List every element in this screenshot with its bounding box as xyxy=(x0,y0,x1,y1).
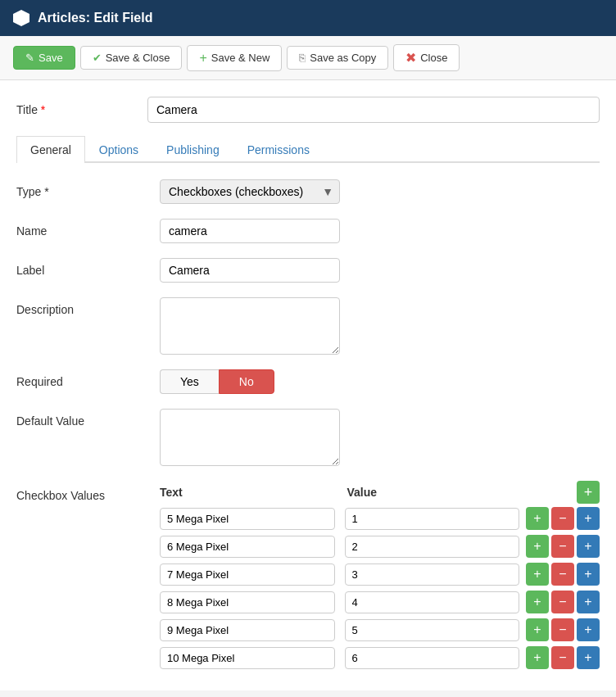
table-row: + − + xyxy=(160,646,600,669)
cv-value-input[interactable] xyxy=(345,591,520,613)
name-input[interactable] xyxy=(160,219,340,243)
cv-row-actions: + − + xyxy=(526,591,600,613)
title-label: Title * xyxy=(16,103,147,116)
required-yes-button[interactable]: Yes xyxy=(160,369,219,394)
plus-icon: + xyxy=(199,51,206,66)
cv-add-button[interactable]: + xyxy=(526,591,549,613)
required-toggle: Yes No xyxy=(160,369,274,394)
cv-header-text: Text xyxy=(160,481,347,504)
cv-remove-button[interactable]: − xyxy=(551,507,574,530)
cv-remove-button[interactable]: − xyxy=(551,618,574,641)
tab-options[interactable]: Options xyxy=(85,136,152,163)
checkbox-value-rows: + − + + − + + − + + − + + − xyxy=(160,507,600,669)
label-label: Label xyxy=(16,258,160,277)
tab-general[interactable]: General xyxy=(16,136,85,163)
cv-remove-button[interactable]: − xyxy=(551,591,574,613)
cv-move-button[interactable]: + xyxy=(577,535,600,558)
cv-value-input[interactable] xyxy=(345,536,520,558)
cv-add-button[interactable]: + xyxy=(526,535,549,558)
checkbox-values-label: Checkbox Values xyxy=(16,481,160,502)
type-select-wrapper: Checkboxes (checkboxes) ▼ xyxy=(160,179,340,204)
cv-add-button[interactable]: + xyxy=(526,563,549,586)
tab-bar: General Options Publishing Permissions xyxy=(16,136,600,163)
cv-move-button[interactable]: + xyxy=(577,646,600,669)
save-icon: ✎ xyxy=(25,52,34,64)
toolbar: ✎ Save ✔ Save & Close + Save & New ⎘ Sav… xyxy=(0,36,616,80)
cv-remove-button[interactable]: − xyxy=(551,563,574,586)
cv-header-actions: + xyxy=(534,481,600,504)
type-select[interactable]: Checkboxes (checkboxes) xyxy=(160,179,340,204)
cv-value-input[interactable] xyxy=(345,619,520,641)
default-value-label: Default Value xyxy=(16,409,160,428)
cv-add-button[interactable]: + xyxy=(526,618,549,641)
cv-move-button[interactable]: + xyxy=(577,618,600,641)
cv-move-button[interactable]: + xyxy=(577,507,600,530)
table-row: + − + xyxy=(160,618,600,641)
cv-text-input[interactable] xyxy=(160,563,335,586)
required-marker: * xyxy=(41,103,45,116)
cv-value-input[interactable] xyxy=(345,563,520,586)
required-label: Required xyxy=(16,369,160,388)
cv-text-input[interactable] xyxy=(160,536,335,558)
cv-row-actions: + − + xyxy=(526,507,600,530)
cv-row-actions: + − + xyxy=(526,618,600,641)
cv-row-actions: + − + xyxy=(526,535,600,558)
cv-remove-button[interactable]: − xyxy=(551,535,574,558)
save-new-button[interactable]: + Save & New xyxy=(187,45,282,71)
check-icon: ✔ xyxy=(93,52,102,64)
label-input[interactable] xyxy=(160,258,340,283)
cv-text-input[interactable] xyxy=(160,647,335,669)
table-row: + − + xyxy=(160,507,600,530)
close-icon: ✖ xyxy=(405,50,416,66)
cv-move-button[interactable]: + xyxy=(577,591,600,613)
page-title: Articles: Edit Field xyxy=(38,11,152,25)
table-row: + − + xyxy=(160,563,600,586)
description-input[interactable] xyxy=(160,297,340,355)
close-button[interactable]: ✖ Close xyxy=(393,44,460,71)
cv-text-input[interactable] xyxy=(160,591,335,613)
table-row: + − + xyxy=(160,591,600,613)
cv-header-value: Value xyxy=(347,481,535,504)
tab-permissions[interactable]: Permissions xyxy=(233,136,324,163)
table-row: + − + xyxy=(160,535,600,558)
checkbox-values-section: Checkbox Values Text Value + + − + + − xyxy=(16,481,600,674)
puzzle-icon xyxy=(13,10,29,26)
name-label: Name xyxy=(16,219,160,238)
cv-row-actions: + − + xyxy=(526,563,600,586)
save-copy-button[interactable]: ⎘ Save as Copy xyxy=(287,46,388,70)
checkbox-values-table: Text Value + + − + + − + + − xyxy=(160,481,600,674)
label-row: Label xyxy=(16,258,600,283)
description-row: Description xyxy=(16,297,600,355)
cv-value-input[interactable] xyxy=(345,508,520,530)
cv-move-button[interactable]: + xyxy=(577,563,600,586)
name-row: Name xyxy=(16,219,600,243)
app-header: Articles: Edit Field xyxy=(0,0,616,36)
content-area: Title * General Options Publishing Permi… xyxy=(0,80,616,690)
required-no-button[interactable]: No xyxy=(219,369,274,394)
cv-remove-button[interactable]: − xyxy=(551,646,574,669)
title-row: Title * xyxy=(16,97,600,123)
cv-add-button[interactable]: + xyxy=(526,646,549,669)
default-value-input[interactable] xyxy=(160,409,340,466)
cv-add-button[interactable]: + xyxy=(526,507,549,530)
cv-text-input[interactable] xyxy=(160,619,335,641)
tab-publishing[interactable]: Publishing xyxy=(152,136,233,163)
cv-text-input[interactable] xyxy=(160,508,335,530)
cv-row-actions: + − + xyxy=(526,646,600,669)
cv-value-input[interactable] xyxy=(345,647,520,669)
required-row: Required Yes No xyxy=(16,369,600,394)
title-input[interactable] xyxy=(147,97,600,123)
save-close-button[interactable]: ✔ Save & Close xyxy=(80,46,183,70)
add-row-button[interactable]: + xyxy=(577,481,600,504)
default-value-row: Default Value xyxy=(16,409,600,466)
copy-icon: ⎘ xyxy=(299,52,306,64)
save-button[interactable]: ✎ Save xyxy=(13,46,75,70)
type-label: Type * xyxy=(16,179,160,198)
description-label: Description xyxy=(16,297,160,316)
type-row: Type * Checkboxes (checkboxes) ▼ xyxy=(16,179,600,204)
cv-header-row: Text Value + xyxy=(160,481,600,504)
